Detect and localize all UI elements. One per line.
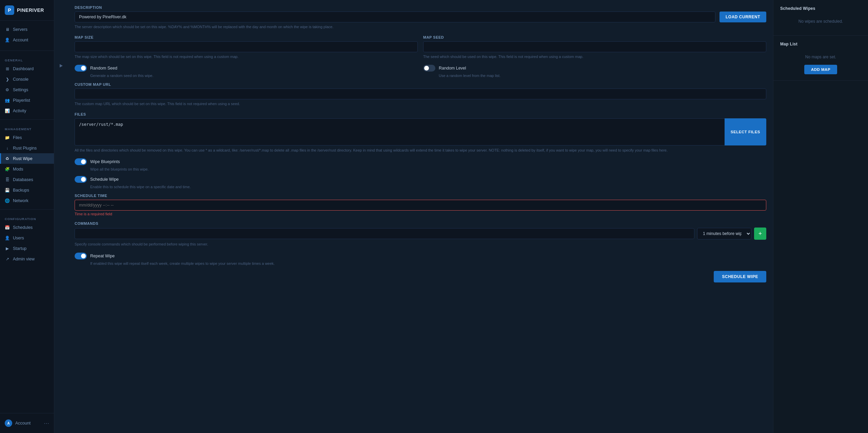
random-seed-toggle-group: Random Seed Generate a random seed on th… [75,65,418,78]
sidebar-item-admin-view[interactable]: ↗ Admin view [0,254,54,264]
configuration-section-label: CONFIGURATION [0,215,54,222]
wipe-blueprints-label: Wipe Blueprints [90,159,120,164]
sidebar-item-rust-wipe[interactable]: ♻ Rust Wipe [0,153,54,164]
random-level-slider [423,65,435,72]
map-size-seed-row: Map Size The map size which should be se… [75,35,766,65]
sidebar-item-files[interactable]: 📁 Files [0,132,54,143]
schedule-wipe-toggle[interactable] [75,176,87,183]
sidebar-top-section: 🖥 Servers 👤 Account [0,21,54,48]
commands-timing-select[interactable]: 1 minutes before wip 5 minutes before wi… [697,228,751,239]
description-row: The server description which should be s… [75,12,766,30]
repeat-wipe-toggle[interactable] [75,253,87,259]
activity-icon: 📊 [5,108,10,113]
custom-map-url-group: Custom Map URL The custom map URL which … [75,82,766,107]
dashboard-icon: ⊞ [5,66,10,71]
sidebar-label: Activity [13,109,26,113]
random-seed-toggle[interactable] [75,65,87,72]
schedule-wipe-button[interactable]: SCHEDULE WIPE [714,271,766,282]
mods-icon: 🧩 [5,166,10,172]
load-current-button[interactable]: LOAD CURRENT [719,12,766,22]
sidebar-item-servers[interactable]: 🖥 Servers [0,24,54,35]
sidebar: P PINERIVER 🖥 Servers 👤 Account GENERAL … [0,0,54,433]
schedules-icon: 📅 [5,225,10,230]
schedule-time-error: Time is a required field [75,212,766,216]
map-size-input[interactable] [75,41,418,52]
main-content: Description The server description which… [54,0,868,433]
map-seed-label: Map Seed [423,35,766,39]
sidebar-bottom: A Account ⋯ [0,413,54,433]
play-btn-area [54,0,68,433]
select-files-button[interactable]: SELECT FILES [725,118,766,145]
sidebar-item-backups[interactable]: 💾 Backups [0,185,54,195]
wipe-blueprints-section: Wipe Blueprints Wipe all the blueprints … [75,158,766,171]
files-label: Files [75,112,766,116]
wipe-blueprints-help: Wipe all the blueprints on this wipe. [90,167,766,171]
sidebar-item-startup[interactable]: ▶ Startup [0,243,54,254]
servers-icon: 🖥 [5,27,10,32]
sidebar-item-console[interactable]: ❯ Console [0,74,54,84]
random-seed-toggle-row: Random Seed [75,65,418,72]
map-list-empty: No maps are set. [780,51,861,65]
schedule-wipe-toggle-row: Schedule Wipe [75,176,766,183]
random-seed-help: Generate a random seed on this wipe. [90,74,418,78]
users-icon: 👤 [5,235,10,240]
sidebar-item-label: Account [13,38,28,42]
startup-icon: ▶ [5,246,10,251]
add-command-button[interactable]: + [754,228,766,240]
sidebar-item-settings[interactable]: ⚙ Settings [0,84,54,95]
commands-input[interactable] [75,228,694,239]
sidebar-label: Console [13,77,28,82]
files-help: All the files and directories which shou… [75,147,766,153]
account-menu-dots[interactable]: ⋯ [44,420,49,427]
schedule-wipe-label: Schedule Wipe [90,177,119,182]
rust-plugins-icon: ↓ [5,145,10,151]
random-level-toggle[interactable] [423,65,435,72]
sidebar-divider [0,51,54,51]
random-level-help: Use a random level from the map list. [439,74,766,78]
sidebar-label: Settings [13,87,28,92]
map-seed-group: Map Seed The seed which should be used o… [423,35,766,60]
sidebar-item-activity[interactable]: 📊 Activity [0,105,54,116]
random-seed-slider [75,65,87,72]
schedule-time-input[interactable] [75,200,766,211]
logo-text: PINERIVER [17,7,44,13]
sidebar-item-users[interactable]: 👤 Users [0,233,54,243]
description-input[interactable] [75,12,715,22]
custom-map-url-input[interactable] [75,88,766,99]
play-button[interactable] [56,61,66,71]
repeat-wipe-slider [75,253,87,259]
map-size-help: The map size which should be set on this… [75,54,418,60]
wipe-blueprints-slider [75,158,87,165]
sidebar-item-schedules[interactable]: 📅 Schedules [0,222,54,233]
map-size-label: Map Size [75,35,418,39]
sidebar-item-account-top[interactable]: 👤 Account [0,35,54,45]
svg-marker-0 [60,64,63,67]
sidebar-label: Databases [13,177,33,182]
repeat-wipe-help: If enabled this wipe will repeat itself … [90,261,766,265]
files-area: /server/rust/*.map SELECT FILES [75,118,766,145]
repeat-wipe-section: Repeat Wipe If enabled this wipe will re… [75,253,766,265]
map-seed-input[interactable] [423,41,766,52]
sidebar-item-mods[interactable]: 🧩 Mods [0,164,54,174]
files-textarea[interactable]: /server/rust/*.map [75,118,725,145]
sidebar-bottom-account[interactable]: A Account ⋯ [0,417,54,430]
general-section-label: GENERAL [0,56,54,63]
map-list-section: Map List No maps are set. ADD MAP [773,36,868,81]
sidebar-item-rust-plugins[interactable]: ↓ Rust Plugins [0,143,54,153]
schedule-wipe-help: Enable this to schedule this wipe on a s… [90,185,766,189]
scheduled-wipes-title: Scheduled Wipes [780,6,861,11]
description-group: Description The server description which… [75,5,766,30]
form-panel: Description The server description which… [68,0,773,433]
sidebar-label: Users [13,236,24,240]
random-seed-label: Random Seed [90,66,117,71]
sidebar-item-databases[interactable]: 🗄 Databases [0,174,54,185]
sidebar-item-network[interactable]: 🌐 Network [0,195,54,206]
account-label: Account [15,421,31,426]
wipe-blueprints-toggle[interactable] [75,158,87,165]
sidebar-item-dashboard[interactable]: ⊞ Dashboard [0,63,54,74]
sidebar-section-configuration: CONFIGURATION 📅 Schedules 👤 Users ▶ Star… [0,212,54,265]
commands-row: 1 minutes before wip 5 minutes before wi… [75,228,766,240]
wipe-blueprints-toggle-row: Wipe Blueprints [75,158,766,165]
add-map-button[interactable]: ADD MAP [804,65,837,74]
sidebar-item-playerlist[interactable]: 👥 Playerlist [0,95,54,105]
